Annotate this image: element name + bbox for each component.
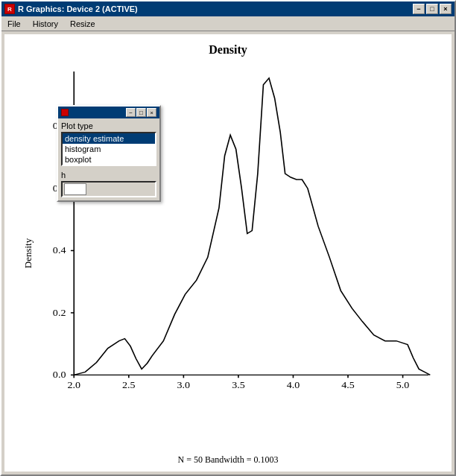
dialog-box: − □ × Plot type density estimate histogr…	[57, 105, 161, 202]
svg-text:2.0: 2.0	[67, 380, 80, 390]
y-axis-label: Density	[22, 238, 34, 267]
dialog-content: Plot type density estimate histogram box…	[58, 118, 159, 200]
close-button[interactable]: ×	[440, 4, 452, 14]
svg-text:3.0: 3.0	[177, 380, 191, 390]
dialog-title-buttons: − □ ×	[126, 108, 156, 117]
svg-text:3.5: 3.5	[232, 380, 245, 390]
plot-title: Density	[4, 34, 452, 57]
plot-type-label: Plot type	[61, 121, 156, 130]
dialog-restore-button[interactable]: □	[136, 108, 146, 117]
x-axis-label: N = 50 Bandwidth = 0.1003	[178, 454, 279, 466]
svg-text:0.0: 0.0	[53, 369, 66, 380]
listbox-item-histogram[interactable]: histogram	[63, 144, 155, 154]
menu-resize[interactable]: Resize	[67, 19, 98, 29]
dialog-close-button[interactable]: ×	[147, 108, 156, 117]
svg-text:5.0: 5.0	[396, 380, 410, 390]
dialog-title-bar: − □ ×	[58, 107, 159, 118]
svg-text:2.5: 2.5	[122, 380, 136, 390]
title-bar: R R Graphics: Device 2 (ACTIVE) − □ ×	[1, 1, 455, 16]
window-icon: R	[4, 4, 15, 14]
svg-text:4.0: 4.0	[287, 380, 300, 390]
plot-type-listbox[interactable]: density estimate histogram boxplot	[61, 132, 156, 166]
minimize-button[interactable]: −	[413, 4, 425, 14]
listbox-item-density[interactable]: density estimate	[63, 133, 155, 144]
menu-bar: File History Resize	[1, 16, 455, 31]
main-window: R R Graphics: Device 2 (ACTIVE) − □ × Fi…	[0, 0, 456, 476]
svg-text:0.4: 0.4	[53, 245, 66, 256]
menu-history[interactable]: History	[30, 19, 61, 29]
h-input-container[interactable]	[61, 181, 156, 197]
title-bar-left: R R Graphics: Device 2 (ACTIVE)	[4, 4, 138, 14]
restore-button[interactable]: □	[426, 4, 438, 14]
listbox-item-boxplot[interactable]: boxplot	[63, 154, 155, 165]
title-buttons: − □ ×	[413, 4, 452, 14]
plot-area: Density Density 0.0 0.2	[4, 34, 452, 472]
svg-text:0.2: 0.2	[53, 307, 66, 317]
menu-file[interactable]: File	[4, 19, 24, 29]
dialog-icon	[61, 109, 69, 116]
plot-container: Density Density 0.0 0.2	[4, 34, 452, 472]
dialog-minimize-button[interactable]: −	[126, 108, 136, 117]
svg-text:4.5: 4.5	[341, 380, 355, 390]
h-field-label: h	[61, 171, 156, 180]
window-title: R Graphics: Device 2 (ACTIVE)	[18, 4, 138, 13]
h-input[interactable]	[64, 183, 86, 195]
